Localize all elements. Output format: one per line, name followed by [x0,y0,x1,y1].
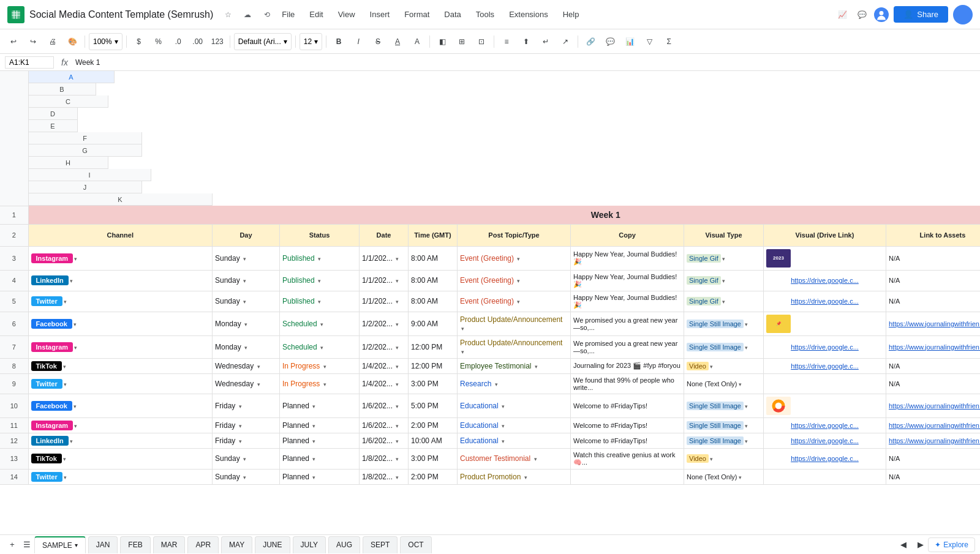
star-icon[interactable]: ☆ [221,7,235,22]
sheet-tab-june[interactable]: JUNE [255,536,290,553]
posttype-dropdown[interactable]: ▾ [534,456,537,462]
day-dropdown[interactable]: ▾ [244,321,247,328]
post-type-cell[interactable]: Event (Greeting) ▾ [458,270,571,291]
zoom-dropdown[interactable]: 100% ▾ [89,33,123,50]
visual-link[interactable]: https://drive.google.c... [791,277,859,284]
menu-tools[interactable]: Tools [473,9,497,20]
status-cell[interactable]: Published ▾ [280,270,360,291]
table-row[interactable]: 9 Twitter▾ Wednesday ▾ In Progress ▾ 1/4… [0,373,980,394]
day-cell[interactable]: Friday ▾ [213,394,280,417]
day-dropdown[interactable]: ▾ [239,423,242,429]
copy-cell[interactable]: Happy New Year, Journal Buddies! 🎉 [571,246,684,270]
channel-dropdown-arrow[interactable]: ▾ [74,403,77,410]
visual-dropdown[interactable]: ▾ [745,403,748,410]
redo-btn[interactable]: ↪ [24,33,42,50]
date-dropdown[interactable]: ▾ [396,456,399,462]
time-cell[interactable]: 5:00 PM [409,394,458,417]
channel-cell[interactable]: Facebook▾ [28,394,213,417]
comment-btn[interactable]: 💬 [601,33,619,50]
day-dropdown[interactable]: ▾ [257,364,260,370]
status-dropdown[interactable]: ▾ [318,278,321,284]
channel-cell[interactable]: Twitter▾ [28,469,213,484]
channel-cell[interactable]: LinkedIn▾ [28,270,213,291]
assets-link[interactable]: https://www.journalingwithfrien... [889,422,980,429]
assets-link-cell[interactable]: https://www.journalingwithfrien... [886,433,981,448]
posttype-dropdown[interactable]: ▾ [517,278,520,284]
channel-cell[interactable]: TikTok▾ [28,448,213,469]
status-cell[interactable]: Scheduled ▾ [280,335,360,358]
copy-cell[interactable]: We promised you a great new year—so,... [571,312,684,335]
col-header-f[interactable]: F [29,132,142,144]
col-header-i[interactable]: I [29,169,151,181]
header-cell-1[interactable]: Day [213,224,280,246]
channel-cell[interactable]: Instagram▾ [28,246,213,270]
status-cell[interactable]: Scheduled ▾ [280,312,360,335]
assets-link[interactable]: https://www.journalingwithfrien... [889,402,980,410]
status-cell[interactable]: In Progress ▾ [280,373,360,394]
function-btn[interactable]: Σ [660,33,677,50]
date-cell[interactable]: 1/6/202... ▾ [360,394,409,417]
date-cell[interactable]: 1/4/202... ▾ [360,358,409,373]
table-row[interactable]: 13 TikTok▾ Sunday ▾ Planned ▾ 1/8/202...… [0,448,980,469]
visual-type-cell[interactable]: Single Still Image▾ [684,433,764,448]
channel-dropdown-arrow[interactable]: ▾ [64,299,67,305]
col-header-c[interactable]: C [29,95,108,108]
user-avatar[interactable] [953,5,973,24]
channel-dropdown-arrow[interactable]: ▾ [74,423,77,429]
header-cell-8[interactable]: Visual (Drive Link) [764,224,886,246]
valign-btn[interactable]: ⬆ [518,33,535,50]
menu-extensions[interactable]: Extensions [507,9,551,20]
visual-link[interactable]: https://drive.google.c... [791,422,859,429]
print-btn[interactable]: 🖨 [44,33,61,50]
time-cell[interactable]: 8:00 AM [409,270,458,291]
menu-insert[interactable]: Insert [368,9,393,20]
posttype-dropdown[interactable]: ▾ [517,299,520,305]
posttype-dropdown[interactable]: ▾ [495,381,498,387]
status-dropdown[interactable]: ▾ [312,438,315,444]
format-123[interactable]: 123 [209,33,226,50]
status-cell[interactable]: In Progress ▾ [280,358,360,373]
sheet-tab-apr[interactable]: APR [187,536,219,553]
day-cell[interactable]: Sunday ▾ [213,448,280,469]
visual-type-cell[interactable]: Single Gif▾ [684,291,764,312]
day-dropdown[interactable]: ▾ [243,456,246,462]
day-cell[interactable]: Monday ▾ [213,335,280,358]
wrap-btn[interactable]: ↵ [537,33,554,50]
sheet-tab-sept[interactable]: SEPT [363,536,398,553]
strikethrough-btn[interactable]: S [369,33,386,50]
cell-reference[interactable]: A1:K1 [5,56,54,69]
table-row[interactable]: 14 Twitter▾ Sunday ▾ Planned ▾ 1/8/202..… [0,469,980,484]
table-row[interactable]: 3 Instagram▾ Sunday ▾ Published ▾ 1/1/20… [0,246,980,270]
date-dropdown[interactable]: ▾ [396,345,399,351]
paint-format-btn[interactable]: 🎨 [64,33,81,50]
day-cell[interactable]: Sunday ▾ [213,246,280,270]
assets-link[interactable]: https://www.journalingwithfrien... [889,437,980,444]
menu-view[interactable]: View [336,9,358,20]
col-header-k[interactable]: K [29,193,213,206]
col-header-e[interactable]: E [29,120,78,132]
date-dropdown[interactable]: ▾ [396,364,399,370]
day-cell[interactable]: Sunday ▾ [213,469,280,484]
visual-type-cell[interactable]: Single Still Image▾ [684,312,764,335]
visual-type-cell[interactable]: Single Still Image▾ [684,335,764,358]
status-dropdown[interactable]: ▾ [323,364,326,370]
day-dropdown[interactable]: ▾ [243,256,246,262]
col-header-g[interactable]: G [29,144,142,157]
day-cell[interactable]: Monday ▾ [213,312,280,335]
table-row[interactable]: 5 Twitter▾ Sunday ▾ Published ▾ 1/1/202.… [0,291,980,312]
copy-cell[interactable]: We found that 99% of people who write... [571,373,684,394]
scroll-right-btn[interactable]: ▶ [913,537,928,552]
assets-link-cell[interactable]: https://www.journalingwithfrien... [886,335,981,358]
visual-dropdown[interactable]: ▾ [739,381,742,387]
status-cell[interactable]: Planned ▾ [280,433,360,448]
status-dropdown[interactable]: ▾ [312,456,315,462]
sheet-list-btn[interactable]: ☰ [20,537,34,552]
rotate-btn[interactable]: ↗ [557,33,574,50]
table-row[interactable]: 7 Instagram▾ Monday ▾ Scheduled ▾ 1/2/20… [0,335,980,358]
posttype-dropdown[interactable]: ▾ [524,474,527,481]
assets-link-cell[interactable]: https://www.journalingwithfrien... [886,312,981,335]
visual-type-cell[interactable]: Video▾ [684,358,764,373]
posttype-dropdown[interactable]: ▾ [461,326,464,332]
sheet-tab-jan[interactable]: JAN [88,536,118,553]
date-cell[interactable]: 1/1/202... ▾ [360,270,409,291]
